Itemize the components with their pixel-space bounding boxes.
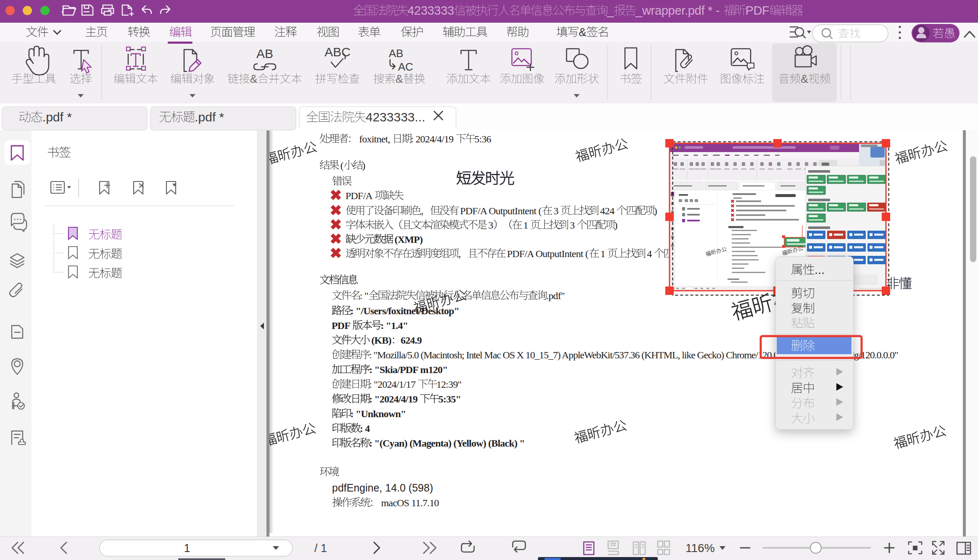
svg-text:4233333...: 4233333... bbox=[366, 110, 425, 124]
svg-text:&: & bbox=[250, 73, 258, 85]
svg-text:ABC: ABC bbox=[324, 45, 351, 59]
svg-text:_: _ bbox=[606, 4, 614, 17]
svg-text:AB: AB bbox=[256, 47, 273, 60]
svg-text:/ 1: / 1 bbox=[314, 542, 327, 555]
svg-text:AB: AB bbox=[389, 47, 403, 60]
svg-text:.pdf *: .pdf * bbox=[195, 110, 224, 124]
svg-text:4233333: 4233333 bbox=[408, 4, 454, 17]
svg-text:116%: 116% bbox=[685, 542, 715, 555]
svg-text:1: 1 bbox=[184, 542, 190, 555]
svg-text:&: & bbox=[579, 26, 587, 39]
svg-text:...: ... bbox=[815, 263, 825, 276]
svg-text:AC: AC bbox=[398, 60, 413, 73]
svg-text:PDF: PDF bbox=[745, 4, 769, 17]
svg-text:.pdf *: .pdf * bbox=[42, 110, 72, 124]
svg-text:_wrapper.pdf * -: _wrapper.pdf * - bbox=[635, 4, 723, 17]
svg-text:&: & bbox=[395, 73, 403, 85]
svg-text:&: & bbox=[801, 73, 808, 85]
